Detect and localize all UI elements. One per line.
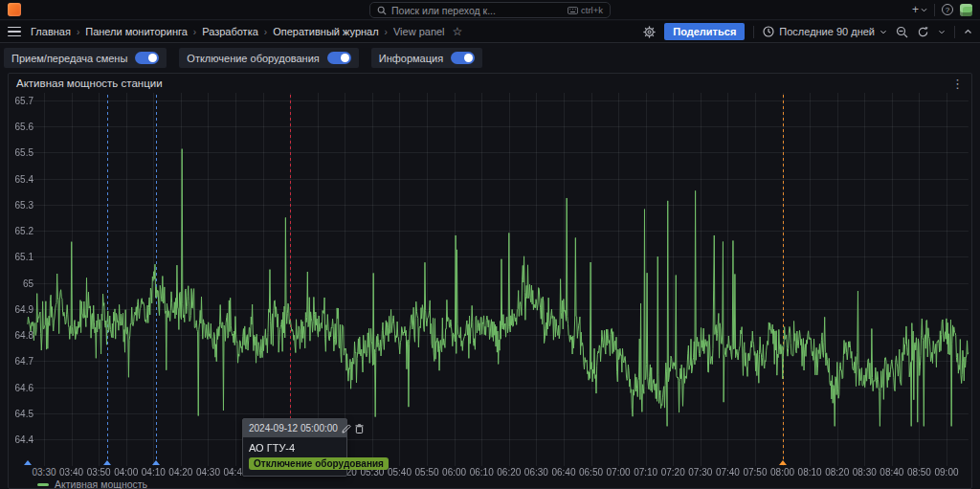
panel-title: Активная мощность станции <box>16 78 163 89</box>
grafana-logo-icon[interactable] <box>8 3 21 16</box>
annotation-tooltip-body: АО ГТУ-4 Отключение оборудования <box>243 437 346 476</box>
y-axis-label: 65.5 <box>9 147 33 158</box>
star-icon[interactable]: ☆ <box>453 25 463 38</box>
chevron-down-icon <box>921 8 927 12</box>
y-axis-label: 65.1 <box>9 252 33 262</box>
filter-shift-handover: Прием/передача смены <box>4 48 167 68</box>
annotation-filters: Прием/передача смены Отключение оборудов… <box>4 48 482 68</box>
x-axis-label: 09:00 <box>930 467 963 478</box>
top-navbar: Поиск или переход к... ctrl+k + ? <box>0 0 980 20</box>
y-axis-label: 65.7 <box>9 96 33 106</box>
legend-series-color <box>37 483 49 486</box>
time-range-picker[interactable]: Последние 90 дней <box>763 26 887 37</box>
zoom-out-icon[interactable] <box>896 26 908 38</box>
annotation-marker[interactable] <box>24 460 32 465</box>
annotation-tooltip: 2024-09-12 05:00:00 АО ГТУ-4 Отключение … <box>242 418 347 477</box>
annotation-tag[interactable]: Отключение оборудования <box>249 457 389 470</box>
annotation-timestamp: 2024-09-12 05:00:00 <box>249 423 338 433</box>
breadcrumb-current: View panel <box>393 26 445 37</box>
y-axis-label: 65 <box>9 278 33 289</box>
breadcrumb-toolbar: Главная › Панели мониторинга › Разработк… <box>0 21 980 43</box>
y-axis-label: 64.6 <box>9 383 33 393</box>
menu-hamburger-icon[interactable] <box>8 27 21 37</box>
annotation-marker[interactable] <box>152 460 160 465</box>
user-avatar[interactable] <box>960 4 972 16</box>
annotation-tooltip-header: 2024-09-12 05:00:00 <box>243 419 346 437</box>
chevron-down-icon <box>880 30 887 34</box>
divider <box>954 26 955 38</box>
y-axis-label: 64.9 <box>9 304 33 315</box>
panel-menu-icon[interactable]: ⋮ <box>951 78 964 90</box>
search-placeholder: Поиск или переход к... <box>391 5 563 16</box>
divider <box>934 4 935 16</box>
annotation-marker[interactable] <box>103 460 111 465</box>
breadcrumb-folder[interactable]: Разработка <box>202 26 258 37</box>
chevron-up-icon[interactable] <box>964 29 972 34</box>
toggle-equipment-shutdown[interactable] <box>327 52 351 64</box>
chevron-down-icon[interactable] <box>938 30 946 34</box>
y-axis-label: 64.8 <box>9 330 33 341</box>
search-shortcut: ctrl+k <box>568 5 603 15</box>
y-axis-label: 65.6 <box>9 122 33 132</box>
filter-information: Информация <box>371 48 482 68</box>
breadcrumb-home[interactable]: Главная <box>31 26 71 37</box>
legend-series-label: Активная мощность <box>55 478 147 489</box>
legend-item[interactable]: Активная мощность <box>37 478 147 489</box>
annotation-marker[interactable] <box>779 460 787 465</box>
y-axis-label: 65.3 <box>9 200 33 211</box>
edit-annotation-icon[interactable] <box>342 424 351 433</box>
divider <box>753 26 754 38</box>
refresh-icon[interactable] <box>917 26 929 38</box>
y-axis-label: 65.2 <box>9 226 33 236</box>
toggle-shift-handover[interactable] <box>135 52 159 64</box>
gear-icon[interactable] <box>643 26 656 38</box>
y-axis-label: 64.4 <box>9 434 33 445</box>
y-axis-label: 64.7 <box>9 356 33 367</box>
timeseries-panel: Активная мощность станции ⋮ 65.765.665.5… <box>8 73 972 489</box>
search-input[interactable]: Поиск или переход к... ctrl+k <box>369 2 611 18</box>
annotation-title: АО ГТУ-4 <box>249 442 341 454</box>
y-axis-label: 64.5 <box>9 409 33 419</box>
clock-icon <box>763 26 774 37</box>
timeseries-chart[interactable] <box>9 93 971 466</box>
delete-annotation-icon[interactable] <box>355 424 364 433</box>
breadcrumb-dashboards[interactable]: Панели мониторинга <box>85 26 188 37</box>
dashboard-actions: Поделиться Последние 90 дней <box>643 23 972 40</box>
keyboard-icon <box>568 7 578 14</box>
time-range-label: Последние 90 дней <box>779 26 875 37</box>
search-icon <box>377 6 387 15</box>
add-button[interactable]: + <box>912 3 927 16</box>
panel-header: Активная мощность станции ⋮ <box>9 74 971 93</box>
breadcrumb-dashboard[interactable]: Оперативный журнал <box>273 26 378 37</box>
toggle-information[interactable] <box>451 52 475 64</box>
navbar-actions: + ? <box>912 3 972 16</box>
y-axis-label: 65.4 <box>9 174 33 185</box>
help-icon[interactable]: ? <box>942 4 953 15</box>
filter-equipment-shutdown: Отключение оборудования <box>179 48 358 68</box>
breadcrumb: Главная › Панели мониторинга › Разработк… <box>31 26 445 37</box>
share-button[interactable]: Поделиться <box>664 23 745 40</box>
plus-icon: + <box>912 3 919 16</box>
